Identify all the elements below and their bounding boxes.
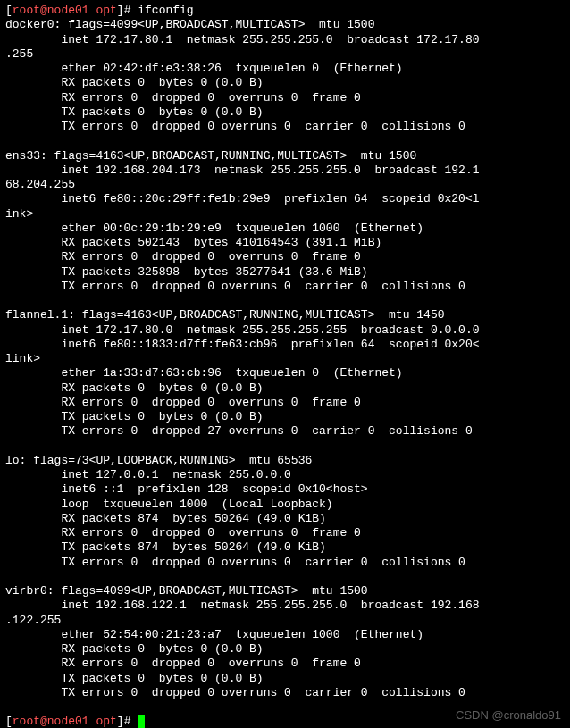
ens33-inet: inet 192.168.204.173 netmask 255.255.255… xyxy=(5,163,565,178)
ens33-rx-packets: RX packets 502143 bytes 410164543 (391.1… xyxy=(5,236,565,250)
docker0-inet: inet 172.17.80.1 netmask 255.255.255.0 b… xyxy=(5,33,565,47)
lo-inet6: inet6 ::1 prefixlen 128 scopeid 0x10<hos… xyxy=(5,482,565,497)
blank-line xyxy=(5,134,565,148)
flannel-inet6-wrap: link> xyxy=(5,352,565,366)
docker0-ether: ether 02:42:df:e3:38:26 txqueuelen 0 (Et… xyxy=(5,62,565,76)
prompt-bracket-open: [ xyxy=(5,715,13,728)
flannel-inet: inet 172.17.80.0 netmask 255.255.255.255… xyxy=(5,323,565,338)
docker0-header: docker0: flags=4099<UP,BROADCAST,MULTICA… xyxy=(5,18,565,32)
blank-line xyxy=(5,570,565,584)
watermark-text: CSDN @cronaldo91 xyxy=(456,708,561,723)
prompt-bracket-close: ]# xyxy=(117,715,138,728)
virbr0-tx-errors: TX errors 0 dropped 0 overruns 0 carrier… xyxy=(5,686,565,700)
virbr0-ether: ether 52:54:00:21:23:a7 txqueuelen 1000 … xyxy=(5,628,565,642)
virbr0-rx-errors: RX errors 0 dropped 0 overruns 0 frame 0 xyxy=(5,657,565,671)
prompt-user-host: root@node01 xyxy=(13,4,89,17)
flannel-ether: ether 1a:33:d7:63:cb:96 txqueuelen 0 (Et… xyxy=(5,366,565,381)
lo-rx-packets: RX packets 874 bytes 50264 (49.0 KiB) xyxy=(5,512,565,526)
prompt-user-host: root@node01 xyxy=(13,715,89,728)
prompt-path: opt xyxy=(89,4,117,17)
lo-inet: inet 127.0.0.1 netmask 255.0.0.0 xyxy=(5,468,565,482)
virbr0-rx-packets: RX packets 0 bytes 0 (0.0 B) xyxy=(5,642,565,657)
lo-rx-errors: RX errors 0 dropped 0 overruns 0 frame 0 xyxy=(5,526,565,540)
ens33-rx-errors: RX errors 0 dropped 0 overruns 0 frame 0 xyxy=(5,250,565,264)
terminal-output: [root@node01 opt]# ifconfig docker0: fla… xyxy=(5,4,565,728)
docker0-tx-errors: TX errors 0 dropped 0 overruns 0 carrier… xyxy=(5,120,565,134)
ens33-inet-wrap: 68.204.255 xyxy=(5,178,565,192)
ens33-ether: ether 00:0c:29:1b:29:e9 txqueuelen 1000 … xyxy=(5,222,565,236)
ens33-tx-errors: TX errors 0 dropped 0 overruns 0 carrier… xyxy=(5,280,565,294)
virbr0-inet-wrap: .122.255 xyxy=(5,614,565,628)
prompt-line-1[interactable]: [root@node01 opt]# ifconfig xyxy=(5,4,565,18)
lo-header: lo: flags=73<UP,LOOPBACK,RUNNING> mtu 65… xyxy=(5,454,565,468)
blank-line xyxy=(5,294,565,308)
lo-tx-packets: TX packets 874 bytes 50264 (49.0 KiB) xyxy=(5,540,565,555)
flannel-tx-errors: TX errors 0 dropped 27 overruns 0 carrie… xyxy=(5,424,565,439)
virbr0-inet: inet 192.168.122.1 netmask 255.255.255.0… xyxy=(5,598,565,613)
docker0-inet-wrap: .255 xyxy=(5,47,565,62)
docker0-rx-packets: RX packets 0 bytes 0 (0.0 B) xyxy=(5,76,565,90)
ens33-tx-packets: TX packets 325898 bytes 35277641 (33.6 M… xyxy=(5,265,565,280)
prompt-bracket-open: [ xyxy=(5,4,13,17)
cursor-icon[interactable] xyxy=(138,715,145,728)
command-text: ifconfig xyxy=(138,4,193,17)
virbr0-header: virbr0: flags=4099<UP,BROADCAST,MULTICAS… xyxy=(5,584,565,598)
ens33-inet6-wrap: ink> xyxy=(5,207,565,222)
flannel-rx-packets: RX packets 0 bytes 0 (0.0 B) xyxy=(5,381,565,396)
virbr0-tx-packets: TX packets 0 bytes 0 (0.0 B) xyxy=(5,672,565,686)
flannel-tx-packets: TX packets 0 bytes 0 (0.0 B) xyxy=(5,410,565,424)
flannel-rx-errors: RX errors 0 dropped 0 overruns 0 frame 0 xyxy=(5,396,565,410)
ens33-inet6: inet6 fe80::20c:29ff:fe1b:29e9 prefixlen… xyxy=(5,192,565,206)
ens33-header: ens33: flags=4163<UP,BROADCAST,RUNNING,M… xyxy=(5,149,565,163)
lo-loop: loop txqueuelen 1000 (Local Loopback) xyxy=(5,498,565,512)
docker0-tx-packets: TX packets 0 bytes 0 (0.0 B) xyxy=(5,105,565,120)
flannel-header: flannel.1: flags=4163<UP,BROADCAST,RUNNI… xyxy=(5,308,565,322)
lo-tx-errors: TX errors 0 dropped 0 overruns 0 carrier… xyxy=(5,556,565,570)
docker0-rx-errors: RX errors 0 dropped 0 overruns 0 frame 0 xyxy=(5,91,565,105)
blank-line xyxy=(5,439,565,454)
prompt-bracket-close: ]# xyxy=(117,4,138,17)
flannel-inet6: inet6 fe80::1833:d7ff:fe63:cb96 prefixle… xyxy=(5,338,565,352)
prompt-path: opt xyxy=(89,715,117,728)
